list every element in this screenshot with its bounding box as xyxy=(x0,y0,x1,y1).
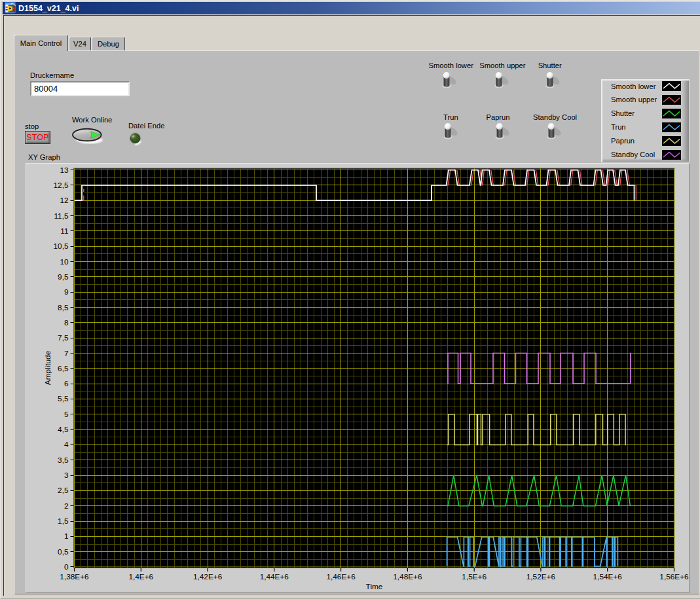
svg-text:8: 8 xyxy=(64,318,69,327)
svg-text:9: 9 xyxy=(64,287,69,297)
svg-text:1: 1 xyxy=(64,532,69,541)
svg-text:1,5: 1,5 xyxy=(58,517,69,526)
svg-text:2: 2 xyxy=(64,501,69,511)
svg-text:3: 3 xyxy=(64,471,69,480)
svg-text:11,5: 11,5 xyxy=(54,211,69,221)
svg-text:1,5E+6: 1,5E+6 xyxy=(462,572,487,581)
svg-text:1,4E+6: 1,4E+6 xyxy=(128,572,153,581)
svg-text:1,54E+6: 1,54E+6 xyxy=(593,572,623,581)
svg-text:7: 7 xyxy=(64,349,69,358)
svg-text:11: 11 xyxy=(60,227,68,236)
svg-text:1,48E+6: 1,48E+6 xyxy=(393,572,422,581)
svg-text:9,5: 9,5 xyxy=(58,272,69,281)
svg-text:5: 5 xyxy=(64,410,69,419)
svg-text:1,38E+6: 1,38E+6 xyxy=(60,572,89,581)
svg-text:6,5: 6,5 xyxy=(58,364,69,373)
svg-text:12: 12 xyxy=(60,196,68,205)
svg-text:1,42E+6: 1,42E+6 xyxy=(193,572,223,581)
svg-text:12,5: 12,5 xyxy=(54,181,69,190)
svg-text:7,5: 7,5 xyxy=(58,333,69,342)
svg-text:2,5: 2,5 xyxy=(58,486,69,495)
svg-text:10: 10 xyxy=(60,257,69,266)
svg-text:0,5: 0,5 xyxy=(58,547,69,556)
svg-text:5,5: 5,5 xyxy=(58,394,69,403)
svg-text:1,44E+6: 1,44E+6 xyxy=(260,572,289,581)
svg-text:13: 13 xyxy=(60,166,69,175)
svg-text:6: 6 xyxy=(64,379,69,388)
svg-text:1,56E+6: 1,56E+6 xyxy=(659,572,689,581)
svg-text:Time: Time xyxy=(366,582,383,591)
svg-text:1,46E+6: 1,46E+6 xyxy=(326,572,356,581)
svg-text:1,52E+6: 1,52E+6 xyxy=(526,572,556,581)
svg-text:4,5: 4,5 xyxy=(58,425,69,434)
svg-text:10,5: 10,5 xyxy=(54,242,69,251)
svg-text:4: 4 xyxy=(64,440,69,449)
svg-text:8,5: 8,5 xyxy=(58,303,69,312)
svg-text:Amplitude: Amplitude xyxy=(43,350,52,385)
svg-text:3,5: 3,5 xyxy=(58,456,69,465)
svg-text:0: 0 xyxy=(64,562,69,572)
